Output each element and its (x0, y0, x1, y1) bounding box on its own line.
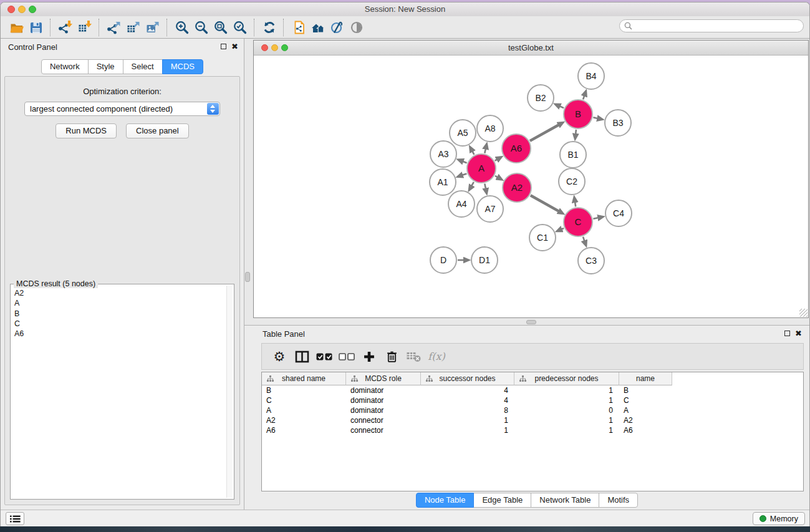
graph-node-A6[interactable]: A6 (502, 134, 531, 163)
table-cell[interactable]: dominator (346, 385, 421, 395)
graph-node-A1[interactable]: A1 (430, 169, 456, 195)
refresh-icon[interactable] (259, 18, 279, 37)
graph-edge-C-C2[interactable] (575, 203, 576, 207)
graph-edge-A-A2[interactable] (495, 176, 497, 177)
open-session-icon[interactable] (7, 18, 26, 37)
table-cell[interactable]: connector (346, 415, 421, 425)
graph-node-D1[interactable]: D1 (471, 247, 498, 273)
dropdown-stepper-icon[interactable] (207, 103, 219, 115)
graph-node-D[interactable]: D (430, 247, 456, 273)
add-column-icon[interactable] (358, 347, 380, 366)
zoom-fit-icon[interactable] (211, 18, 230, 37)
close-table-panel-icon[interactable]: ✖ (795, 329, 802, 338)
desktop-vscrollbar-thumb[interactable] (245, 272, 250, 282)
graph-edge-B-B2[interactable] (560, 107, 564, 109)
table-row[interactable]: A2connector11A2 (262, 415, 803, 425)
graph-edge-A-A8[interactable] (485, 149, 485, 153)
tab-motifs[interactable]: Motifs (599, 493, 638, 508)
table-cell[interactable]: B (619, 385, 672, 395)
table-cell[interactable]: 1 (421, 415, 514, 425)
tab-edge-table[interactable]: Edge Table (473, 493, 531, 508)
table-cell[interactable]: A6 (619, 425, 672, 435)
graph-node-B2[interactable]: B2 (528, 85, 554, 111)
column-header-name[interactable]: name (619, 372, 672, 385)
mcds-result-item[interactable]: C (14, 319, 226, 329)
table-cell[interactable]: 1 (514, 395, 619, 405)
mcds-result-item[interactable]: A6 (14, 329, 226, 339)
window-resize-grip[interactable] (799, 309, 808, 317)
graph-edge-C-C3[interactable] (583, 237, 584, 241)
graph-node-A3[interactable]: A3 (430, 141, 456, 167)
graph-edge-A-A4[interactable] (472, 182, 474, 186)
result-scrollbar[interactable] (226, 286, 233, 498)
show-all-icon[interactable] (347, 18, 366, 37)
table-cell[interactable]: dominator (346, 395, 421, 405)
table-cell[interactable]: B (262, 385, 346, 395)
mcds-result-item[interactable]: B (14, 309, 226, 319)
tab-style[interactable]: Style (88, 59, 123, 74)
graph-node-B4[interactable]: B4 (578, 63, 604, 89)
mcds-result-list[interactable]: A2ABCA6 (11, 286, 226, 498)
table-cell[interactable]: A (262, 405, 346, 415)
table-cell[interactable]: 1 (514, 385, 619, 395)
graph-node-A8[interactable]: A8 (477, 115, 503, 142)
graph-edge-C-C4[interactable] (593, 218, 597, 219)
network-graph[interactable]: A A1 A2 A3 A4 A5 A6 A7 A8 B B1 B2 B3 B4 … (254, 55, 808, 317)
export-image-icon[interactable] (143, 18, 162, 37)
table-cell[interactable]: 1 (514, 415, 619, 425)
graph-edge-A-A7[interactable] (485, 183, 486, 188)
tab-select[interactable]: Select (123, 59, 163, 74)
close-panel-button[interactable]: Close panel (126, 123, 189, 138)
graph-node-B1[interactable]: B1 (560, 142, 586, 168)
mcds-result-item[interactable]: A (14, 298, 226, 308)
table-cell[interactable]: dominator (346, 405, 421, 415)
graph-node-C3[interactable]: C3 (578, 248, 604, 274)
save-session-icon[interactable] (26, 18, 46, 37)
table-cell[interactable]: 4 (421, 395, 514, 405)
tab-mcds[interactable]: MCDS (162, 59, 203, 74)
column-header-predecessor-nodes[interactable]: predecessor nodes (514, 372, 619, 385)
table-cell[interactable]: A2 (619, 415, 672, 425)
desktop-hscrollbar-thumb[interactable] (526, 320, 536, 324)
float-panel-icon[interactable] (221, 44, 226, 49)
table-cell[interactable]: 4 (421, 385, 514, 395)
column-header-MCDS-role[interactable]: MCDS role (346, 372, 421, 385)
table-cell[interactable]: 0 (514, 405, 619, 415)
new-network-from-selection-icon[interactable] (289, 18, 308, 37)
search-box[interactable] (619, 19, 804, 32)
zoom-in-icon[interactable] (172, 18, 191, 37)
close-panel-icon[interactable]: ✖ (231, 42, 238, 51)
table-row[interactable]: Adominator80A (262, 405, 803, 415)
column-header-shared-name[interactable]: shared name (262, 372, 346, 385)
graph-node-C[interactable]: C (564, 208, 592, 236)
graph-node-B3[interactable]: B3 (605, 110, 631, 136)
run-mcds-button[interactable]: Run MCDS (55, 123, 117, 138)
search-input[interactable] (635, 21, 793, 31)
deselect-all-columns-icon[interactable] (335, 347, 358, 366)
graph-node-B[interactable]: B (564, 100, 592, 128)
import-network-icon[interactable] (55, 18, 75, 37)
table-settings-icon[interactable]: ⚙ (268, 347, 291, 366)
float-table-panel-icon[interactable] (784, 331, 790, 336)
tab-node-table[interactable]: Node Table (416, 493, 475, 508)
zoom-selected-icon[interactable] (230, 18, 249, 37)
column-header-successor-nodes[interactable]: successor nodes (421, 372, 514, 385)
log-console-button[interactable] (6, 512, 24, 525)
table-cell[interactable]: 8 (421, 405, 514, 415)
table-cell[interactable]: 1 (421, 425, 514, 435)
table-cell[interactable]: 1 (514, 425, 619, 435)
tab-network[interactable]: Network (41, 59, 89, 74)
table-row[interactable]: A6connector11A6 (262, 425, 803, 435)
graph-node-A7[interactable]: A7 (477, 196, 503, 222)
table-cell[interactable]: A (619, 405, 672, 415)
graph-edge-A-A6[interactable] (495, 160, 497, 161)
graph-edge-A2-C[interactable] (531, 195, 559, 211)
graph-edge-C-C1[interactable] (562, 228, 564, 229)
mcds-result-item[interactable]: A2 (14, 288, 226, 298)
graph-edge-A-A5[interactable] (473, 152, 475, 155)
table-row[interactable]: Cdominator41C (262, 395, 803, 405)
first-neighbors-icon[interactable] (308, 18, 327, 37)
export-table-icon[interactable] (123, 18, 143, 37)
criterion-dropdown[interactable]: largest connected component (directed) (24, 102, 220, 116)
graph-node-A4[interactable]: A4 (448, 191, 475, 217)
